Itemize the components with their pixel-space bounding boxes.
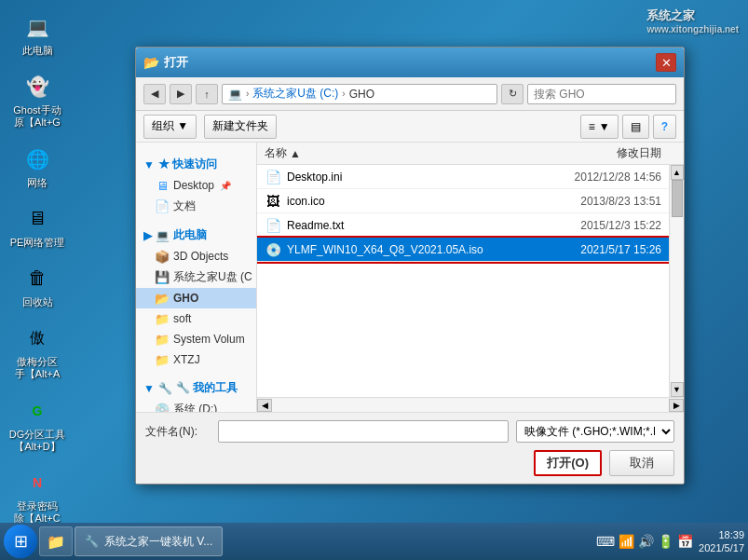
gho-folder-icon: 📂	[155, 291, 170, 306]
nav-search-input[interactable]	[527, 84, 676, 104]
desktop-icon-ghost[interactable]: 👻 Ghost手动原【Alt+G	[5, 69, 70, 131]
nav-refresh-icon: ↻	[509, 88, 517, 100]
file-row[interactable]: 📄 Readme.txt 2015/12/3 15:22	[257, 213, 669, 238]
scroll-right-button[interactable]: ▶	[669, 399, 684, 412]
sidebar-item-gho[interactable]: 📂 GHO	[136, 288, 256, 308]
sidebar-item-desktop[interactable]: 🖥 Desktop 📌	[136, 175, 256, 196]
sidebar-drive-c-label: 系统之家U盘 (C	[173, 269, 252, 285]
file-ico-icon: 🖼	[265, 193, 281, 210]
sidebar-item-drive-d[interactable]: 💿 系统 (D:)	[136, 399, 256, 412]
desktop-icon-recycle[interactable]: 🗑 回收站	[5, 261, 70, 311]
column-name[interactable]: 名称 ▲	[265, 145, 531, 161]
desktop-icon-pe-network[interactable]: 🖥 PE网络管理	[5, 201, 70, 252]
toolbar: 组织 ▼ 新建文件夹 ≡ ▼ ▤ ?	[136, 111, 684, 143]
nav-back-button[interactable]: ◀	[143, 84, 166, 104]
sidebar-my-tools-header[interactable]: ▼ 🔧 🔧 我的工具	[136, 377, 256, 399]
drive-d-icon: 💿	[155, 403, 170, 413]
sidebar-item-xtzj[interactable]: 📁 XTZJ	[136, 349, 256, 370]
scrollbar-vertical[interactable]: ▲ ▼	[669, 165, 684, 397]
taskbar-clock: 18:39 2021/5/17	[699, 528, 744, 555]
sidebar-this-pc-expand: ▶	[143, 229, 152, 242]
breadcrumb-part-drive[interactable]: 系统之家U盘 (C:)	[252, 86, 338, 102]
column-date[interactable]: 修改日期	[531, 145, 661, 161]
cancel-button[interactable]: 取消	[609, 450, 674, 476]
sidebar-item-drive-c[interactable]: 💾 系统之家U盘 (C	[136, 266, 256, 288]
file-row[interactable]: 🖼 icon.ico 2013/8/23 13:51	[257, 189, 669, 213]
scroll-left-button[interactable]: ◀	[257, 399, 272, 412]
ghost-label: Ghost手动原【Alt+G	[13, 104, 61, 129]
soft-folder-icon: 📁	[155, 311, 170, 326]
documents-icon: 📄	[155, 199, 170, 214]
taskbar-date-text: 2021/5/17	[699, 541, 744, 554]
file-ico-date: 2013/8/23 13:51	[531, 195, 661, 208]
sidebar-soft-label: soft	[173, 312, 191, 325]
file-area: 名称 ▲ 修改日期 📄 Desktop.ini	[257, 143, 684, 412]
sidebar-item-system-volum[interactable]: 📁 System Volum	[136, 329, 256, 349]
scroll-thumb[interactable]	[672, 180, 683, 217]
sidebar-my-tools-label: 🔧 我的工具	[176, 380, 238, 396]
sidebar-this-pc-header[interactable]: ▶ 💻 此电脑	[136, 225, 256, 246]
view-toggle-button[interactable]: ≡ ▼	[580, 115, 619, 139]
file-list[interactable]: 📄 Desktop.ini 2012/12/28 14:56 🖼 icon.ic…	[257, 165, 669, 397]
help-icon: ?	[661, 120, 668, 133]
new-folder-label: 新建文件夹	[212, 118, 268, 134]
view-list-button[interactable]: ▤	[622, 115, 649, 139]
sidebar-my-tools-icon: 🔧	[158, 382, 172, 395]
breadcrumb-icon: 💻	[228, 88, 242, 101]
nav-forward-button[interactable]: ▶	[170, 84, 192, 104]
h-scroll-track	[272, 399, 669, 412]
open-button[interactable]: 打开(O)	[534, 450, 602, 476]
new-folder-button[interactable]: 新建文件夹	[204, 115, 277, 139]
file-row-selected[interactable]: 💿 YLMF_WIN10_X64_Q8_V2021.05A.iso 2021/5…	[257, 238, 669, 262]
sidebar-documents-label: 文档	[173, 198, 196, 214]
scroll-up-button[interactable]: ▲	[671, 165, 684, 180]
sidebar-item-soft[interactable]: 📁 soft	[136, 308, 256, 329]
file-row[interactable]: 📄 Desktop.ini 2012/12/28 14:56	[257, 165, 669, 189]
dialog-close-button[interactable]: ✕	[656, 53, 676, 72]
sidebar-my-tools-expand: ▼	[143, 382, 155, 395]
scrollbar-horizontal[interactable]: ◀ ▶	[257, 397, 684, 412]
sidebar-my-tools: ▼ 🔧 🔧 我的工具 💿 系统 (D:)	[136, 374, 256, 412]
sidebar-3dobjects-label: 3D Objects	[173, 250, 228, 263]
sidebar-item-documents[interactable]: 📄 文档	[136, 196, 256, 217]
filetype-select[interactable]: 映像文件 (*.GHO;*.WIM;*.ESD	[516, 420, 674, 443]
file-iso-date: 2021/5/17 15:26	[531, 243, 661, 256]
desktop-icon-my-computer[interactable]: 💻 此电脑	[5, 9, 70, 60]
sidebar-quick-access-header[interactable]: ▼ ★ 快速访问	[136, 154, 256, 175]
scroll-track	[671, 180, 684, 382]
desktop-icon-login[interactable]: N 登录密码除【Alt+C	[5, 465, 70, 527]
organize-button[interactable]: 组织 ▼	[143, 115, 197, 139]
desktop-icon-dg[interactable]: G DG分区工具【Alt+D】	[5, 393, 70, 456]
taskbar: ⊞ 📁 🔧 系统之家一键装机 V... ⌨ 📶 🔊 🔋 📅 18:39 2021…	[0, 523, 748, 560]
recycle-label: 回收站	[22, 296, 53, 308]
dialog-title-icon: 📂	[143, 55, 158, 70]
file-ini-date: 2012/12/28 14:56	[531, 171, 661, 184]
filename-label: 文件名(N):	[145, 424, 211, 440]
taskbar-task-installer[interactable]: 🔧 系统之家一键装机 V...	[75, 526, 223, 556]
tray-volume-icon: 🔊	[638, 534, 654, 549]
desktop: 系统之家 www.xitongzhijia.net 💻 此电脑 👻 Ghost手…	[0, 0, 748, 560]
nav-refresh-button[interactable]: ↻	[501, 84, 524, 104]
filename-input[interactable]	[218, 420, 509, 443]
file-ico-name: icon.ico	[287, 195, 531, 208]
dg-icon: G	[22, 396, 52, 426]
sidebar: ▼ ★ 快速访问 🖥 Desktop 📌 📄 文档	[136, 143, 257, 412]
filename-row: 文件名(N): 映像文件 (*.GHO;*.WIM;*.ESD	[145, 420, 674, 443]
sidebar-item-3dobjects[interactable]: 📦 3D Objects	[136, 246, 256, 266]
breadcrumb: 💻 › 系统之家U盘 (C:) › GHO	[222, 84, 497, 104]
view-dropdown-icon: ▼	[599, 120, 610, 133]
ghost-icon: 👻	[22, 72, 52, 102]
start-button[interactable]: ⊞	[4, 525, 37, 558]
task-app-label: 系统之家一键装机 V...	[104, 534, 212, 550]
tray-battery-icon: 🔋	[658, 534, 673, 549]
sidebar-gho-label: GHO	[173, 292, 198, 305]
list-icon: ▤	[631, 120, 641, 133]
taskbar-file-explorer[interactable]: 📁	[39, 526, 73, 556]
view-icon: ≡	[589, 120, 595, 133]
scroll-down-button[interactable]: ▼	[671, 382, 684, 397]
desktop-icon-network[interactable]: 🌐 网络	[5, 142, 70, 192]
desktop-icon-partition[interactable]: 傲 傲梅分区手【Alt+A	[5, 321, 70, 383]
help-button[interactable]: ?	[653, 115, 676, 139]
file-txt-name: Readme.txt	[287, 219, 531, 232]
nav-up-button[interactable]: ↑	[196, 84, 218, 104]
